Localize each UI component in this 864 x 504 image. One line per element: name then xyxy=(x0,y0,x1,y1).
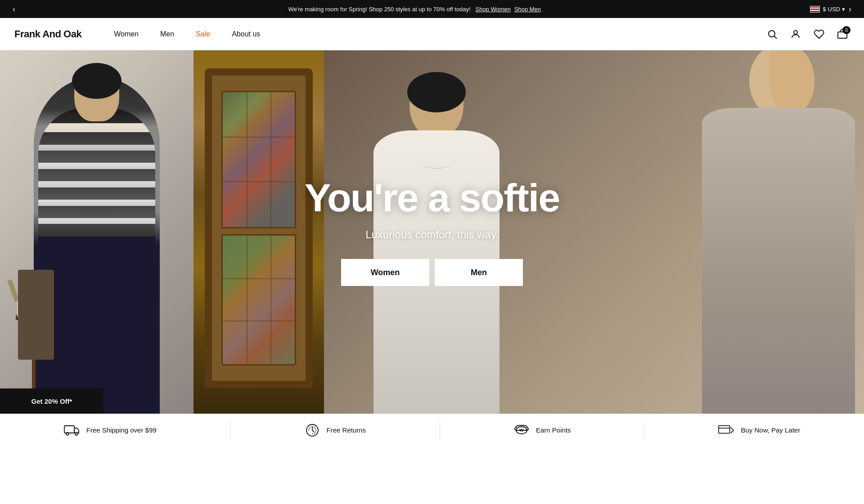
hero-subtitle: Luxurious comfort, this way. xyxy=(365,228,499,241)
nav-item-women[interactable]: Women xyxy=(103,18,149,50)
benefit-shipping: Free Shipping over $99 xyxy=(64,422,157,438)
svg-rect-4 xyxy=(64,426,74,433)
currency-selector[interactable]: $ USD ▾ xyxy=(823,6,845,13)
account-icon xyxy=(790,29,801,40)
points-label: Earn Points xyxy=(536,426,571,434)
announcement-bar: ‹ We're making room for Spring! Shop 250… xyxy=(0,0,864,18)
hero-women-btn[interactable]: Women xyxy=(341,259,429,286)
nav-links: Women Men Sale About us xyxy=(103,18,765,50)
announcement-text: We're making room for Spring! Shop 250 s… xyxy=(19,6,810,13)
hero-men-btn[interactable]: Men xyxy=(435,259,523,286)
nav-item-men[interactable]: Men xyxy=(149,18,185,50)
return-icon xyxy=(304,422,320,438)
truck-icon xyxy=(64,422,80,438)
shop-women-link[interactable]: Shop Women xyxy=(475,6,511,13)
announcement-next-btn[interactable]: › xyxy=(845,4,855,14)
hero-buttons: Women Men xyxy=(341,259,523,286)
benefit-buynow: Buy Now, Pay Later xyxy=(718,422,800,438)
returns-label: Free Returns xyxy=(327,426,366,434)
search-icon xyxy=(767,29,778,40)
buynow-label: Buy Now, Pay Later xyxy=(741,426,800,434)
chevron-down-icon: ▾ xyxy=(842,6,845,13)
benefits-bar: Free Shipping over $99 Free Returns Earn… xyxy=(0,414,864,446)
wishlist-button[interactable] xyxy=(812,27,826,41)
currency-controls: $ USD ▾ xyxy=(810,6,845,13)
navbar: Frank And Oak Women Men Sale About us 0 xyxy=(0,18,864,50)
nav-item-about[interactable]: About us xyxy=(221,18,271,50)
discount-label: Get 20% Off* xyxy=(32,397,72,405)
hero-section: You're a softie Luxurious comfort, this … xyxy=(0,50,864,414)
heart-icon xyxy=(814,29,824,40)
flag-icon xyxy=(810,6,820,13)
discount-bar[interactable]: Get 20% Off* xyxy=(0,388,104,414)
benefit-points: Earn Points xyxy=(513,422,571,438)
account-button[interactable] xyxy=(788,27,803,41)
site-logo[interactable]: Frank And Oak xyxy=(14,28,81,40)
cart-button[interactable]: 0 xyxy=(835,27,850,41)
svg-line-1 xyxy=(774,36,777,39)
currency-symbol: $ xyxy=(823,6,826,13)
shipping-label: Free Shipping over $99 xyxy=(86,426,157,434)
svg-point-0 xyxy=(769,31,775,37)
points-icon xyxy=(513,422,530,438)
hero-content: You're a softie Luxurious comfort, this … xyxy=(0,50,864,414)
currency-code: USD xyxy=(828,6,840,13)
shop-men-link[interactable]: Shop Men xyxy=(514,6,541,13)
divider-1 xyxy=(230,421,230,439)
divider-2 xyxy=(440,421,440,439)
svg-point-2 xyxy=(794,31,797,34)
cart-badge: 0 xyxy=(842,26,850,34)
benefit-returns: Free Returns xyxy=(304,422,366,438)
announcement-prev-btn[interactable]: ‹ xyxy=(9,4,19,14)
hero-title: You're a softie xyxy=(305,178,559,218)
nav-item-sale[interactable]: Sale xyxy=(185,18,221,50)
search-button[interactable] xyxy=(765,27,779,41)
nav-actions: 0 xyxy=(765,27,850,41)
svg-rect-9 xyxy=(719,425,730,433)
divider-3 xyxy=(644,421,645,439)
pay-icon xyxy=(718,422,734,438)
